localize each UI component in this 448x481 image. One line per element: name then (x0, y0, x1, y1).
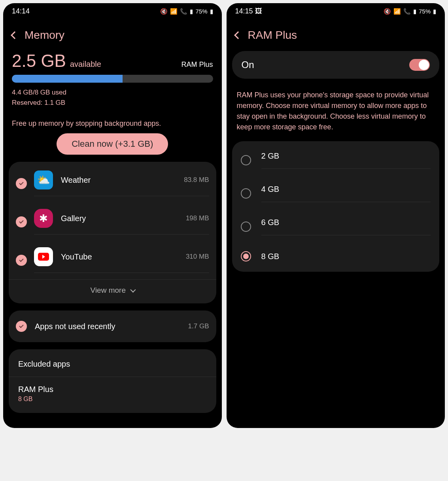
signal-icon: ▮ (190, 8, 193, 15)
signal-icon: ▮ (413, 8, 416, 15)
page-header: Memory (3, 18, 222, 51)
option-label: 8 GB (261, 252, 431, 261)
option-label: 2 GB (261, 151, 431, 161)
battery-label: 75% (419, 8, 431, 15)
ram-plus-label: RAM Plus (18, 385, 207, 394)
call-icon: 📞 (403, 8, 411, 15)
available-word: available (70, 60, 101, 69)
mute-icon: 🔇 (384, 8, 391, 15)
radio-icon[interactable] (241, 222, 251, 232)
page-header: RAM Plus (227, 18, 445, 51)
status-icons: 🔇 📶 📞 ▮ 75% ▮ (384, 8, 436, 15)
wifi-icon: 📶 (393, 8, 401, 15)
mute-icon: 🔇 (160, 8, 168, 15)
ram-plus-link[interactable]: RAM Plus (181, 61, 213, 69)
screenshot-icon: 🖼 (255, 7, 262, 15)
checkbox-icon[interactable] (16, 216, 27, 227)
option-6gb[interactable]: 6 GB (232, 210, 440, 243)
option-8gb[interactable]: 8 GB (232, 243, 440, 269)
back-icon[interactable] (234, 31, 242, 39)
app-row-gallery[interactable]: ✱ Gallery 198 MB (9, 203, 216, 241)
view-more-button[interactable]: View more (9, 279, 216, 301)
memory-progress (12, 75, 213, 83)
app-row-weather[interactable]: ⛅ Weather 83.8 MB (9, 164, 216, 203)
radio-icon[interactable] (241, 188, 251, 199)
clock-label: 14:14 (12, 7, 30, 15)
checkbox-icon[interactable] (16, 178, 27, 189)
view-more-label: View more (91, 286, 126, 295)
wifi-icon: 📶 (170, 8, 178, 15)
free-up-hint: Free up memory by stopping background ap… (3, 114, 222, 133)
settings-card: Excluded apps RAM Plus 8 GB (9, 349, 216, 413)
youtube-icon (34, 247, 53, 266)
ram-plus-description: RAM Plus uses your phone's storage space… (227, 86, 445, 141)
not-used-card[interactable]: Apps not used recently 1.7 GB (9, 311, 216, 342)
page-title: RAM Plus (248, 29, 297, 42)
memory-screen: 14:14 🔇 📶 📞 ▮ 75% ▮ Memory 2.5 GB availa… (3, 3, 222, 428)
chevron-down-icon (130, 287, 136, 293)
app-name: Weather (61, 176, 176, 185)
ram-plus-screen: 14:15 🖼 🔇 📶 📞 ▮ 75% ▮ RAM Plus On RAM Pl… (227, 3, 445, 428)
apps-card: ⛅ Weather 83.8 MB ✱ Gallery 198 MB YouTu… (9, 162, 216, 303)
switch-label: On (242, 59, 254, 70)
excluded-apps-row[interactable]: Excluded apps (9, 352, 216, 377)
not-used-size: 1.7 GB (188, 322, 209, 330)
usage-reserved: Reserved: 1.1 GB (12, 98, 213, 108)
clean-now-button[interactable]: Clean now (+3.1 GB) (57, 133, 168, 155)
call-icon: 📞 (180, 8, 187, 15)
excluded-apps-label: Excluded apps (18, 360, 207, 369)
page-title: Memory (25, 29, 64, 42)
ram-plus-options: 2 GB 4 GB 6 GB 8 GB (232, 141, 440, 272)
app-name: Gallery (61, 214, 178, 223)
not-used-title: Apps not used recently (35, 322, 180, 331)
usage-used: 4.4 GB/8 GB used (12, 87, 213, 98)
option-2gb[interactable]: 2 GB (232, 144, 440, 177)
checkbox-icon[interactable] (16, 255, 27, 266)
ram-plus-value: 8 GB (18, 396, 207, 403)
battery-label: 75% (195, 8, 207, 15)
option-label: 6 GB (261, 218, 431, 227)
app-size: 83.8 MB (184, 176, 209, 184)
memory-progress-fill (12, 75, 123, 83)
status-bar: 14:15 🖼 🔇 📶 📞 ▮ 75% ▮ (227, 3, 445, 18)
memory-summary: 2.5 GB available RAM Plus 4.4 GB/8 GB us… (3, 51, 222, 114)
app-name: YouTube (61, 252, 178, 261)
radio-icon[interactable] (241, 155, 251, 165)
app-row-youtube[interactable]: YouTube 310 MB (9, 241, 216, 279)
status-icons: 🔇 📶 📞 ▮ 75% ▮ (160, 8, 213, 15)
weather-icon: ⛅ (34, 170, 53, 189)
battery-icon: ▮ (433, 8, 436, 15)
radio-icon[interactable] (241, 251, 251, 261)
app-size: 198 MB (186, 214, 209, 222)
ram-plus-row[interactable]: RAM Plus 8 GB (9, 377, 216, 411)
toggle-switch[interactable] (409, 59, 430, 71)
option-4gb[interactable]: 4 GB (232, 177, 440, 210)
status-bar: 14:14 🔇 📶 📞 ▮ 75% ▮ (3, 3, 222, 18)
option-label: 4 GB (261, 185, 431, 194)
app-size: 310 MB (186, 253, 209, 261)
battery-icon: ▮ (210, 8, 213, 15)
master-switch-row[interactable]: On (232, 51, 440, 79)
clock-label: 14:15 🖼 (235, 7, 262, 15)
available-amount: 2.5 GB (12, 51, 66, 71)
checkbox-icon[interactable] (16, 321, 27, 332)
gallery-icon: ✱ (34, 209, 53, 228)
back-icon[interactable] (11, 31, 19, 39)
